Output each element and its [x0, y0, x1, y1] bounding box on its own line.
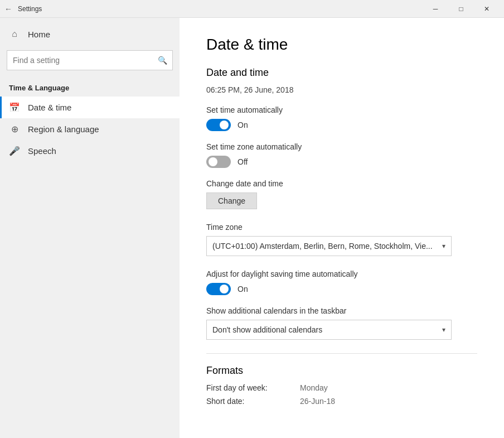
- back-button[interactable]: ←: [4, 4, 13, 13]
- calendars-dropdown-value: Don't show additional calendars: [212, 325, 322, 334]
- daylight-label: Adjust for daylight saving time automati…: [206, 269, 477, 278]
- window-title: Settings: [18, 5, 423, 13]
- change-button[interactable]: Change: [206, 192, 257, 209]
- set-timezone-auto-state: Off: [238, 157, 248, 166]
- content-area: Date & time Date and time 06:25 PM, 26 J…: [180, 18, 504, 438]
- toggle-knob: [220, 121, 229, 129]
- section-divider: [206, 353, 477, 354]
- formats-row-1: Short date: 26-Jun-18: [206, 397, 477, 406]
- formats-label-0: First day of week:: [206, 383, 295, 392]
- toggle-knob-2: [209, 157, 217, 166]
- sidebar-item-speech[interactable]: 🎤 Speech: [0, 140, 180, 162]
- toggle-knob-3: [220, 285, 229, 293]
- formats-value-1: 26-Jun-18: [300, 397, 335, 406]
- sidebar-item-label-speech: Speech: [28, 146, 56, 156]
- window-controls: ─ □ ✕: [423, 0, 500, 18]
- show-calendars-label: Show additional calendars in the taskbar: [206, 306, 477, 315]
- formats-title: Formats: [206, 365, 477, 377]
- calendar-icon: 📅: [9, 102, 20, 113]
- set-timezone-auto-label: Set time zone automatically: [206, 142, 477, 151]
- chevron-down-icon: ▾: [442, 242, 445, 250]
- sidebar-item-region-language[interactable]: ⊕ Region & language: [0, 118, 180, 140]
- set-time-auto-state: On: [238, 121, 248, 129]
- globe-icon: ⊕: [9, 124, 20, 134]
- sidebar-item-date-time[interactable]: 📅 Date & time: [0, 97, 180, 118]
- title-bar: ← Settings ─ □ ✕: [0, 0, 504, 18]
- page-title: Date & time: [206, 36, 477, 54]
- close-button[interactable]: ✕: [474, 0, 500, 18]
- current-datetime: 06:25 PM, 26 June, 2018: [206, 85, 477, 94]
- daylight-state: On: [238, 285, 248, 293]
- timezone-dropdown[interactable]: (UTC+01:00) Amsterdam, Berlin, Bern, Rom…: [206, 236, 452, 256]
- sidebar-item-label-date-time: Date & time: [28, 103, 71, 112]
- daylight-toggle-row: On: [206, 283, 477, 295]
- sidebar-item-label-region: Region & language: [28, 124, 99, 134]
- daylight-toggle[interactable]: [206, 283, 231, 295]
- timezone-dropdown-value: (UTC+01:00) Amsterdam, Berlin, Bern, Rom…: [212, 242, 433, 251]
- chevron-down-icon-2: ▾: [442, 326, 445, 334]
- timezone-label: Time zone: [206, 223, 477, 232]
- sidebar-home-label: Home: [28, 30, 50, 39]
- mic-icon: 🎤: [9, 146, 20, 156]
- sidebar-search-container: 🔍: [7, 50, 173, 70]
- maximize-button[interactable]: □: [448, 0, 474, 18]
- set-time-auto-label: Set time automatically: [206, 105, 477, 114]
- search-icon: 🔍: [158, 56, 167, 65]
- search-input[interactable]: [7, 50, 173, 70]
- minimize-button[interactable]: ─: [423, 0, 448, 18]
- formats-row-0: First day of week: Monday: [206, 383, 477, 392]
- formats-label-1: Short date:: [206, 397, 295, 406]
- set-timezone-auto-row: Off: [206, 156, 477, 168]
- set-time-auto-toggle[interactable]: [206, 119, 231, 131]
- section-date-time-title: Date and time: [206, 67, 477, 79]
- formats-value-0: Monday: [300, 383, 328, 392]
- sidebar-section-title: Time & Language: [0, 75, 180, 97]
- home-icon: ⌂: [9, 29, 20, 39]
- calendars-dropdown[interactable]: Don't show additional calendars ▾: [206, 320, 452, 340]
- set-time-auto-row: On: [206, 119, 477, 131]
- sidebar: ⌂ Home 🔍 Time & Language 📅 Date & time ⊕…: [0, 18, 180, 438]
- formats-section: Formats First day of week: Monday Short …: [206, 365, 477, 406]
- sidebar-item-home[interactable]: ⌂ Home: [0, 22, 180, 46]
- change-datetime-label: Change date and time: [206, 179, 477, 188]
- set-timezone-auto-toggle[interactable]: [206, 156, 231, 168]
- app-body: ⌂ Home 🔍 Time & Language 📅 Date & time ⊕…: [0, 18, 504, 438]
